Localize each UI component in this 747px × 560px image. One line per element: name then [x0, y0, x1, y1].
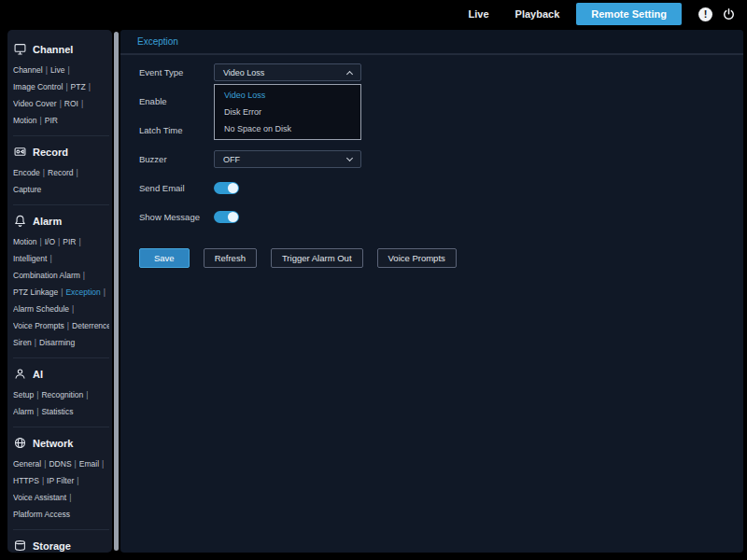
sidebar-section-title-record: Record — [13, 143, 109, 163]
sidebar-section-title-network: Network — [13, 434, 109, 455]
topbar: LivePlaybackRemote Setting ! — [0, 0, 747, 28]
sidebar-item-ptz[interactable]: PTZ — [71, 82, 86, 91]
item-separator: | — [74, 476, 81, 485]
exception-form: Event Type Video Loss Video LossDisk Err… — [120, 55, 743, 268]
sidebar-item-channel[interactable]: Channel — [13, 65, 43, 75]
topnav-remote-setting[interactable]: Remote Setting — [576, 3, 682, 25]
sidebar-item-ddns[interactable]: DDNS — [49, 459, 71, 469]
item-separator: | — [64, 65, 72, 75]
dropdown-option-disk-error[interactable]: Disk Error — [215, 104, 360, 120]
sidebar-item-voice-prompts[interactable]: Voice Prompts — [13, 321, 64, 330]
item-separator: | — [99, 459, 106, 469]
dropdown-option-no-space-on-disk[interactable]: No Space on Disk — [215, 120, 360, 137]
section-title-text: Alarm — [33, 216, 62, 227]
sidebar-row: Video Cover|ROI| — [13, 94, 109, 111]
latch-time-label: Latch Time — [139, 125, 214, 135]
form-row-show-message: Show Message — [139, 208, 743, 226]
sidebar-item-combination-alarm[interactable]: Combination Alarm — [13, 271, 80, 280]
sidebar-item-i-o[interactable]: I/O — [45, 237, 55, 246]
record-icon — [14, 146, 26, 158]
item-separator: | — [76, 237, 83, 246]
item-separator: | — [57, 99, 64, 108]
event-type-select[interactable]: Video Loss — [214, 63, 361, 81]
sidebar-item-capture[interactable]: Capture — [13, 185, 41, 194]
sidebar-item-voice-assistant[interactable]: Voice Assistant — [13, 493, 66, 502]
dropdown-option-video-loss[interactable]: Video Loss — [215, 87, 360, 104]
event-type-value: Video Loss — [223, 68, 264, 77]
sidebar-item-deterrence[interactable]: Deterrence — [72, 321, 109, 330]
show-message-toggle[interactable] — [214, 211, 239, 223]
main-panel: Exception Event Type Video Loss Video Lo… — [120, 30, 743, 553]
sidebar-item-pir[interactable]: PIR — [45, 116, 58, 125]
sidebar-item-intelligent[interactable]: Intelligent — [13, 254, 47, 263]
top-icons: ! — [698, 7, 736, 21]
save-button[interactable]: Save — [139, 248, 190, 268]
form-row-event-type: Event Type Video Loss Video LossDisk Err… — [139, 63, 743, 81]
sidebar-row: General|DDNS|Email| — [13, 455, 109, 471]
trigger-alarm-out-button[interactable]: Trigger Alarm Out — [271, 248, 363, 268]
enable-label: Enable — [139, 96, 214, 106]
sidebar-item-alarm[interactable]: Alarm — [13, 407, 34, 416]
item-separator: | — [43, 65, 50, 75]
sidebar-item-motion[interactable]: Motion — [13, 116, 37, 125]
sidebar-item-encode[interactable]: Encode — [13, 168, 40, 177]
sidebar-item-recognition[interactable]: Recognition — [41, 390, 83, 399]
chevron-down-icon — [346, 154, 353, 161]
sidebar-item-email[interactable]: Email — [79, 459, 99, 469]
form-row-buzzer: Buzzer OFF — [139, 150, 743, 168]
sidebar-row: Encode|Record| — [13, 163, 109, 180]
sidebar-item-ptz-linkage[interactable]: PTZ Linkage — [13, 287, 58, 297]
sidebar-item-alarm-schedule[interactable]: Alarm Schedule — [13, 304, 69, 314]
item-separator: | — [32, 338, 39, 347]
sidebar-item-roi[interactable]: ROI — [64, 99, 78, 108]
sidebar-item-https[interactable]: HTTPS — [13, 476, 39, 485]
sidebar-item-ip-filter[interactable]: IP Filter — [47, 476, 74, 485]
sidebar-item-pir[interactable]: PIR — [63, 237, 76, 246]
refresh-button[interactable]: Refresh — [204, 248, 257, 268]
sidebar-item-siren[interactable]: Siren — [13, 338, 32, 347]
sidebar-item-platform-access[interactable]: Platform Access — [13, 510, 70, 519]
form-row-send-email: Send Email — [139, 179, 743, 197]
buzzer-select[interactable]: OFF — [214, 150, 361, 168]
item-separator: | — [101, 287, 108, 297]
buzzer-label: Buzzer — [139, 154, 214, 164]
sidebar-item-disarming[interactable]: Disarming — [39, 338, 75, 347]
sidebar-scrollbar[interactable] — [114, 32, 119, 551]
item-separator: | — [69, 304, 77, 314]
sidebar-section-network: NetworkGeneral|DDNS|Email|HTTPS|IP Filte… — [13, 427, 109, 529]
topnav-live[interactable]: Live — [456, 8, 502, 20]
sidebar-section-storage: StorageDisk|Cloud|FTP — [13, 529, 109, 553]
tab-bar: Exception — [120, 30, 743, 55]
topnav-playback[interactable]: Playback — [502, 8, 573, 20]
sidebar-row: Platform Access — [13, 505, 109, 522]
alert-icon[interactable]: ! — [698, 7, 712, 21]
sidebar: ChannelChannel|Live|Image Control|PTZ|Vi… — [7, 30, 112, 553]
sidebar-item-exception[interactable]: Exception — [65, 287, 100, 297]
sidebar-item-general[interactable]: General — [13, 459, 41, 469]
sidebar-row: Combination Alarm| — [13, 266, 109, 283]
sidebar-row: Image Control|PTZ| — [13, 77, 109, 94]
sidebar-row: Alarm|Statistics — [13, 402, 109, 419]
item-separator: | — [73, 168, 80, 177]
bell-icon — [14, 215, 26, 227]
item-separator: | — [83, 390, 91, 399]
top-nav: LivePlaybackRemote Setting — [456, 3, 682, 25]
toggle-knob — [228, 183, 238, 193]
tab-exception[interactable]: Exception — [137, 36, 178, 47]
section-title-text: Network — [33, 438, 73, 449]
send-email-toggle[interactable] — [214, 182, 239, 194]
sidebar-row: Siren|Disarming — [13, 333, 109, 350]
sidebar-item-record[interactable]: Record — [48, 168, 73, 177]
sidebar-item-image-control[interactable]: Image Control — [13, 82, 63, 91]
voice-prompts-button[interactable]: Voice Prompts — [377, 248, 457, 268]
sidebar-item-motion[interactable]: Motion — [13, 237, 37, 246]
sidebar-item-statistics[interactable]: Statistics — [41, 407, 73, 416]
power-icon[interactable] — [721, 7, 736, 21]
sidebar-item-video-cover[interactable]: Video Cover — [13, 99, 57, 108]
sidebar-item-live[interactable]: Live — [50, 65, 65, 75]
sidebar-section-title-alarm: Alarm — [13, 212, 109, 232]
item-separator: | — [40, 168, 48, 177]
sidebar-item-setup[interactable]: Setup — [13, 390, 34, 399]
sidebar-row: Alarm Schedule| — [13, 300, 109, 316]
sidebar-section-record: RecordEncode|Record|Capture — [13, 135, 109, 204]
